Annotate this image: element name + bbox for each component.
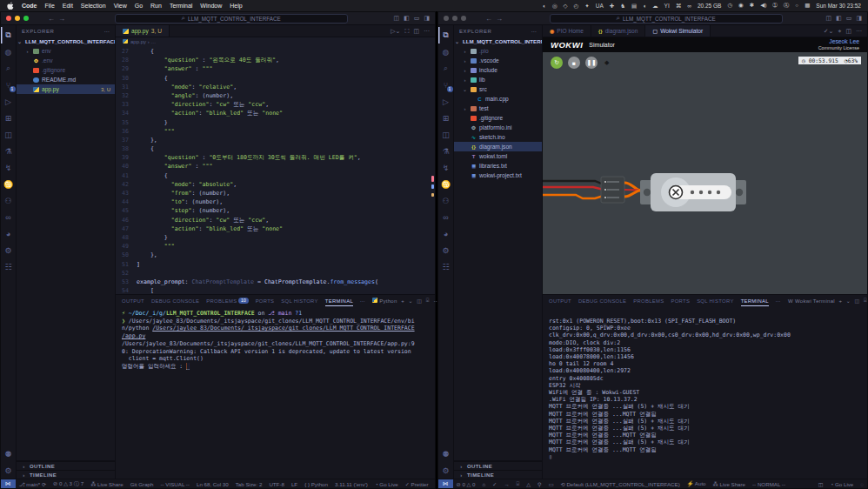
- tree-item[interactable]: ∿sketch.ino: [454, 132, 542, 142]
- shell-label[interactable]: W Wokwi Terminal: [788, 298, 835, 304]
- statusbar-item[interactable]: ⍌: [513, 480, 524, 487]
- tree-root[interactable]: ⌄LLM_MQTT_CONTROL_INTERFACE: [17, 37, 115, 46]
- tools-icon[interactable]: ⚙: [438, 242, 454, 258]
- menu-item[interactable]: Selection: [81, 3, 106, 9]
- tree-item[interactable]: {}diagram.json: [454, 142, 542, 151]
- outline-section[interactable]: ›OUTLINE: [454, 461, 542, 470]
- code-line[interactable]: 40 "answer" : """: [116, 162, 435, 171]
- panel-tab-problems[interactable]: PROBLEMS10: [206, 295, 248, 306]
- docker-icon[interactable]: ♋: [1, 176, 17, 192]
- statusbar-item[interactable]: ⁂ Live Share: [710, 480, 750, 487]
- close-traffic-light[interactable]: [444, 16, 449, 21]
- wokwi-user-link[interactable]: Jeseok Lee: [818, 38, 859, 45]
- menubar-status-icon[interactable]: ◐: [543, 3, 546, 10]
- code-line[interactable]: 29 "answer" : """: [116, 64, 435, 73]
- layout-controls[interactable]: ◫ ◧ ▭ ◨: [826, 15, 863, 22]
- code-line[interactable]: 30 {: [116, 74, 435, 83]
- extensions-icon[interactable]: ⊞: [438, 110, 454, 126]
- remote-indicator[interactable]: ⋈: [438, 479, 453, 488]
- statusbar-item[interactable]: ⎇ main* ⟳: [16, 480, 50, 488]
- tree-item[interactable]: app.py3, U: [17, 84, 115, 94]
- panel-toggle-icon[interactable]: ◫: [826, 15, 832, 22]
- statusbar-item[interactable]: ◌: [432, 481, 435, 487]
- tree-item[interactable]: ›test: [454, 104, 542, 113]
- statusbar-item[interactable]: Tab Size: 2: [232, 481, 266, 487]
- breadcrumb-segment[interactable]: …: [150, 39, 156, 44]
- menubar-status-icon[interactable]: ➀: [772, 2, 777, 10]
- search-icon[interactable]: ⌕: [438, 60, 454, 77]
- tree-item[interactable]: ⌄src: [454, 84, 542, 94]
- explorer-more-icon[interactable]: ⋯: [531, 28, 537, 34]
- statusbar-item[interactable]: △: [523, 480, 534, 487]
- menubar-clock[interactable]: Sun Mar 30 23:52: [816, 3, 861, 9]
- terminal-right[interactable]: rst:0x1 (POWERON_RESET),boot:0x13 (SPI_F…: [543, 306, 867, 479]
- wokwi-simulator-canvas[interactable]: ↻ ■ ❚❚ ◆ ◷ 00:53.915 ◔63%: [543, 52, 867, 294]
- timeline-section[interactable]: ›TIMELINE: [454, 470, 542, 479]
- manage-gear-icon[interactable]: ⚙: [1, 462, 17, 479]
- code-line[interactable]: 49 """: [116, 242, 435, 251]
- manage-gear-icon[interactable]: ⚙: [438, 462, 454, 479]
- explorer-icon[interactable]: ⧉: [1, 27, 17, 44]
- connections-icon[interactable]: ∞: [438, 209, 454, 225]
- sidebar-toggle-icon[interactable]: ◧: [836, 15, 842, 22]
- panel-tab-ports[interactable]: PORTS: [671, 295, 690, 306]
- code-line[interactable]: 51]: [116, 260, 435, 269]
- robot-icon[interactable]: ☷: [1, 258, 17, 275]
- statusbar-item[interactable]: -- VISUAL --: [157, 480, 192, 488]
- statusbar-item[interactable]: ◔ Go Live: [371, 481, 402, 487]
- statusbar-item[interactable]: ⁂ Live Share: [87, 480, 127, 488]
- editor-action-icon[interactable]: ⋯: [424, 28, 430, 35]
- code-line[interactable]: 53example_prompt: ChatPromptTemplate = C…: [116, 278, 435, 286]
- statusbar-item[interactable]: ▭: [545, 480, 558, 487]
- editor-action-icon[interactable]: ⛶: [404, 28, 409, 35]
- panel-action-icon[interactable]: +: [401, 298, 404, 304]
- tree-item[interactable]: ≣wokwi-project.txt: [454, 171, 542, 180]
- run-debug-icon[interactable]: ▷: [1, 93, 17, 110]
- code-line[interactable]: 31 "mode": "relative",: [116, 83, 435, 91]
- code-line[interactable]: 38 {: [116, 144, 435, 153]
- code-line[interactable]: 50 },: [116, 251, 435, 259]
- panel-layout-icon[interactable]: ▭: [414, 15, 420, 22]
- statusbar-item[interactable]: ⚡ Auto: [684, 480, 710, 487]
- code-line[interactable]: 39 "question" : "0도부터 180도까지 30도씩 돌려줘. 매…: [116, 153, 435, 162]
- statusbar-item[interactable]: ⟲ Default (LLM_MQTT_CONTROL_INTERFACE): [558, 480, 684, 487]
- breadcrumb[interactable]: app.py › …: [116, 37, 435, 45]
- command-center-search[interactable]: ⌕ LLM_MQTT_CONTROL_INTERFACE: [115, 14, 348, 23]
- remote-explorer-icon[interactable]: ◫: [438, 126, 454, 143]
- explorer-more-icon[interactable]: ⋯: [103, 28, 110, 34]
- code-line[interactable]: 45 "step": (number),: [116, 206, 435, 215]
- statusbar-item[interactable]: Git Graph: [127, 480, 157, 488]
- minimize-traffic-light[interactable]: [452, 16, 457, 21]
- explorer-icon[interactable]: ⧉: [438, 27, 454, 44]
- shell-label[interactable]: Python: [372, 298, 397, 304]
- panel-tab-output[interactable]: OUTPUT: [122, 295, 144, 306]
- statusbar-item[interactable]: ⌂: [478, 480, 489, 487]
- menu-app-name[interactable]: Code: [22, 3, 37, 9]
- panel-more-icon[interactable]: ⋯: [360, 298, 365, 304]
- code-line[interactable]: 42 "mode": "absolute",: [116, 180, 435, 189]
- tree-item[interactable]: ⚙.env: [17, 56, 115, 65]
- statusbar-item[interactable]: ✓ Prettier: [402, 481, 432, 487]
- code-line[interactable]: 33 "direction": "cw" 또는 "ccw",: [116, 100, 435, 109]
- panel-toggle-icon[interactable]: ◫: [394, 15, 400, 22]
- servo-motor[interactable]: [543, 164, 760, 228]
- code-line[interactable]: 32 "angle": (number),: [116, 91, 435, 100]
- outline-section[interactable]: ›OUTLINE: [17, 461, 115, 470]
- close-traffic-light[interactable]: [6, 16, 11, 21]
- menubar-status-icon[interactable]: ∞: [687, 3, 691, 10]
- command-center-search[interactable]: ⌕ LLM_MQTT_CONTROL_INTERFACE: [550, 14, 783, 23]
- restart-simulation-button[interactable]: ↻: [551, 57, 563, 69]
- tree-item[interactable]: Twokwi.toml: [454, 151, 542, 161]
- menubar-status-icon[interactable]: ◇: [564, 3, 568, 10]
- coverage-icon[interactable]: ◕: [1, 225, 17, 242]
- tab-wokwi-simulator[interactable]: ▢Wokwi Simulator: [645, 25, 711, 37]
- menu-item[interactable]: Terminal: [170, 3, 192, 9]
- code-line[interactable]: 44 "to": (number),: [116, 198, 435, 206]
- tree-item[interactable]: ≣libraries.txt: [454, 161, 542, 171]
- secondary-sidebar-icon[interactable]: ◨: [856, 15, 862, 22]
- jupyter-icon[interactable]: ⚇: [1, 192, 17, 209]
- menubar-status-icon[interactable]: ✚: [610, 3, 614, 10]
- code-line[interactable]: 41 {: [116, 171, 435, 180]
- code-line[interactable]: 35 }: [116, 118, 435, 127]
- nav-history-arrows[interactable]: ←→: [485, 15, 506, 23]
